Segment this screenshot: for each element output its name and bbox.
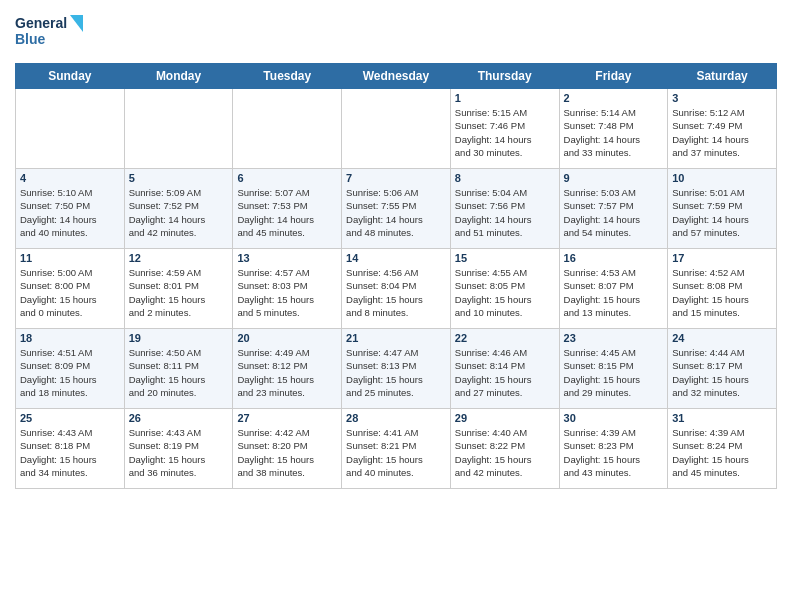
day-number: 12 [129,252,229,264]
day-content: Sunrise: 4:53 AM Sunset: 8:07 PM Dayligh… [564,266,664,319]
day-content: Sunrise: 5:12 AM Sunset: 7:49 PM Dayligh… [672,106,772,159]
weekday-header-friday: Friday [559,64,668,89]
logo: General Blue [15,10,85,55]
day-number: 31 [672,412,772,424]
svg-marker-2 [70,15,83,32]
day-content: Sunrise: 4:55 AM Sunset: 8:05 PM Dayligh… [455,266,555,319]
calendar-cell: 8Sunrise: 5:04 AM Sunset: 7:56 PM Daylig… [450,169,559,249]
calendar-cell: 6Sunrise: 5:07 AM Sunset: 7:53 PM Daylig… [233,169,342,249]
day-number: 14 [346,252,446,264]
calendar-cell [124,89,233,169]
calendar-cell [233,89,342,169]
calendar-cell: 21Sunrise: 4:47 AM Sunset: 8:13 PM Dayli… [342,329,451,409]
day-number: 3 [672,92,772,104]
day-content: Sunrise: 4:52 AM Sunset: 8:08 PM Dayligh… [672,266,772,319]
calendar-cell: 26Sunrise: 4:43 AM Sunset: 8:19 PM Dayli… [124,409,233,489]
day-content: Sunrise: 4:43 AM Sunset: 8:19 PM Dayligh… [129,426,229,479]
calendar-cell: 17Sunrise: 4:52 AM Sunset: 8:08 PM Dayli… [668,249,777,329]
day-content: Sunrise: 5:06 AM Sunset: 7:55 PM Dayligh… [346,186,446,239]
day-number: 17 [672,252,772,264]
day-content: Sunrise: 4:49 AM Sunset: 8:12 PM Dayligh… [237,346,337,399]
day-content: Sunrise: 4:39 AM Sunset: 8:24 PM Dayligh… [672,426,772,479]
day-content: Sunrise: 4:41 AM Sunset: 8:21 PM Dayligh… [346,426,446,479]
calendar-cell: 16Sunrise: 4:53 AM Sunset: 8:07 PM Dayli… [559,249,668,329]
day-number: 20 [237,332,337,344]
day-content: Sunrise: 4:44 AM Sunset: 8:17 PM Dayligh… [672,346,772,399]
day-content: Sunrise: 4:45 AM Sunset: 8:15 PM Dayligh… [564,346,664,399]
day-content: Sunrise: 5:03 AM Sunset: 7:57 PM Dayligh… [564,186,664,239]
day-content: Sunrise: 4:47 AM Sunset: 8:13 PM Dayligh… [346,346,446,399]
calendar-cell: 1Sunrise: 5:15 AM Sunset: 7:46 PM Daylig… [450,89,559,169]
calendar-week-row: 11Sunrise: 5:00 AM Sunset: 8:00 PM Dayli… [16,249,777,329]
calendar-cell: 24Sunrise: 4:44 AM Sunset: 8:17 PM Dayli… [668,329,777,409]
weekday-header-thursday: Thursday [450,64,559,89]
day-content: Sunrise: 4:50 AM Sunset: 8:11 PM Dayligh… [129,346,229,399]
calendar-cell: 25Sunrise: 4:43 AM Sunset: 8:18 PM Dayli… [16,409,125,489]
calendar-cell: 28Sunrise: 4:41 AM Sunset: 8:21 PM Dayli… [342,409,451,489]
day-number: 16 [564,252,664,264]
calendar-week-row: 1Sunrise: 5:15 AM Sunset: 7:46 PM Daylig… [16,89,777,169]
day-content: Sunrise: 5:04 AM Sunset: 7:56 PM Dayligh… [455,186,555,239]
weekday-header-row: SundayMondayTuesdayWednesdayThursdayFrid… [16,64,777,89]
day-number: 1 [455,92,555,104]
calendar-cell: 15Sunrise: 4:55 AM Sunset: 8:05 PM Dayli… [450,249,559,329]
weekday-header-saturday: Saturday [668,64,777,89]
day-number: 9 [564,172,664,184]
day-number: 30 [564,412,664,424]
calendar-cell: 10Sunrise: 5:01 AM Sunset: 7:59 PM Dayli… [668,169,777,249]
day-number: 6 [237,172,337,184]
calendar-cell: 4Sunrise: 5:10 AM Sunset: 7:50 PM Daylig… [16,169,125,249]
calendar-cell: 31Sunrise: 4:39 AM Sunset: 8:24 PM Dayli… [668,409,777,489]
day-number: 25 [20,412,120,424]
day-number: 29 [455,412,555,424]
calendar-week-row: 25Sunrise: 4:43 AM Sunset: 8:18 PM Dayli… [16,409,777,489]
day-number: 27 [237,412,337,424]
day-content: Sunrise: 4:46 AM Sunset: 8:14 PM Dayligh… [455,346,555,399]
calendar-week-row: 4Sunrise: 5:10 AM Sunset: 7:50 PM Daylig… [16,169,777,249]
day-content: Sunrise: 4:42 AM Sunset: 8:20 PM Dayligh… [237,426,337,479]
day-number: 10 [672,172,772,184]
calendar-cell: 9Sunrise: 5:03 AM Sunset: 7:57 PM Daylig… [559,169,668,249]
page-header: General Blue [15,10,777,55]
calendar-cell: 19Sunrise: 4:50 AM Sunset: 8:11 PM Dayli… [124,329,233,409]
day-number: 5 [129,172,229,184]
day-content: Sunrise: 5:00 AM Sunset: 8:00 PM Dayligh… [20,266,120,319]
calendar-cell: 14Sunrise: 4:56 AM Sunset: 8:04 PM Dayli… [342,249,451,329]
day-number: 11 [20,252,120,264]
day-content: Sunrise: 5:15 AM Sunset: 7:46 PM Dayligh… [455,106,555,159]
day-content: Sunrise: 4:56 AM Sunset: 8:04 PM Dayligh… [346,266,446,319]
calendar-cell: 27Sunrise: 4:42 AM Sunset: 8:20 PM Dayli… [233,409,342,489]
day-content: Sunrise: 5:01 AM Sunset: 7:59 PM Dayligh… [672,186,772,239]
day-number: 13 [237,252,337,264]
calendar-cell: 23Sunrise: 4:45 AM Sunset: 8:15 PM Dayli… [559,329,668,409]
calendar-cell: 5Sunrise: 5:09 AM Sunset: 7:52 PM Daylig… [124,169,233,249]
day-number: 19 [129,332,229,344]
calendar-cell: 11Sunrise: 5:00 AM Sunset: 8:00 PM Dayli… [16,249,125,329]
day-content: Sunrise: 5:14 AM Sunset: 7:48 PM Dayligh… [564,106,664,159]
calendar-cell: 7Sunrise: 5:06 AM Sunset: 7:55 PM Daylig… [342,169,451,249]
day-content: Sunrise: 4:39 AM Sunset: 8:23 PM Dayligh… [564,426,664,479]
weekday-header-monday: Monday [124,64,233,89]
day-content: Sunrise: 4:51 AM Sunset: 8:09 PM Dayligh… [20,346,120,399]
logo-svg: General Blue [15,10,85,55]
weekday-header-wednesday: Wednesday [342,64,451,89]
day-content: Sunrise: 5:07 AM Sunset: 7:53 PM Dayligh… [237,186,337,239]
day-number: 7 [346,172,446,184]
calendar-cell: 13Sunrise: 4:57 AM Sunset: 8:03 PM Dayli… [233,249,342,329]
day-number: 18 [20,332,120,344]
calendar-cell: 30Sunrise: 4:39 AM Sunset: 8:23 PM Dayli… [559,409,668,489]
day-number: 23 [564,332,664,344]
day-content: Sunrise: 4:40 AM Sunset: 8:22 PM Dayligh… [455,426,555,479]
calendar-cell [342,89,451,169]
day-content: Sunrise: 5:10 AM Sunset: 7:50 PM Dayligh… [20,186,120,239]
calendar-cell: 2Sunrise: 5:14 AM Sunset: 7:48 PM Daylig… [559,89,668,169]
calendar-table: SundayMondayTuesdayWednesdayThursdayFrid… [15,63,777,489]
calendar-cell: 29Sunrise: 4:40 AM Sunset: 8:22 PM Dayli… [450,409,559,489]
weekday-header-sunday: Sunday [16,64,125,89]
calendar-cell: 12Sunrise: 4:59 AM Sunset: 8:01 PM Dayli… [124,249,233,329]
day-number: 26 [129,412,229,424]
calendar-cell: 3Sunrise: 5:12 AM Sunset: 7:49 PM Daylig… [668,89,777,169]
day-number: 15 [455,252,555,264]
calendar-week-row: 18Sunrise: 4:51 AM Sunset: 8:09 PM Dayli… [16,329,777,409]
day-number: 2 [564,92,664,104]
